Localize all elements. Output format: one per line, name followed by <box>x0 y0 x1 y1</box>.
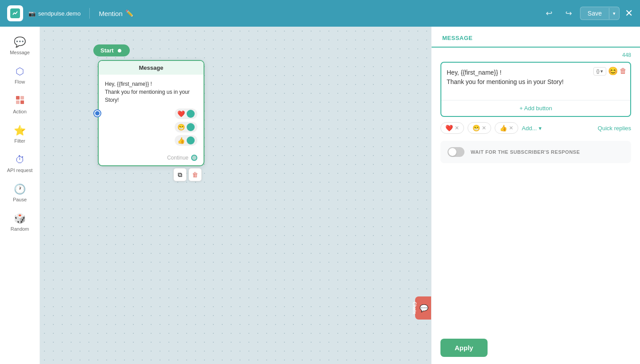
main-layout: 💬 Message ⬡ Flow Action ⭐ Filter ⏱ API r… <box>0 27 640 364</box>
quick-reply-chips: ❤️ ✕ 😁 ✕ 👍 ✕ Add... ▾ <box>440 122 542 134</box>
header-actions: ↩ ↪ Save ▾ ✕ <box>541 5 633 21</box>
svg-rect-1 <box>20 96 24 100</box>
flow-title: Mention ✏️ <box>99 9 133 17</box>
message-textarea-wrapper: {} ▾ 😊 🗑 Hey, {{first_name}} ! Thank you… <box>440 62 631 117</box>
right-panel: MESSAGE 448 {} ▾ 😊 🗑 Hey, {{first_name}}… <box>431 27 640 364</box>
reaction-row-2: 😁 <box>105 122 197 132</box>
sidebar-item-pause[interactable]: 🕐 Pause <box>2 179 38 207</box>
continue-row: Continue <box>99 151 204 165</box>
right-panel-content: 448 {} ▾ 😊 🗑 Hey, {{first_name}} ! Thank… <box>432 48 640 332</box>
continue-dot <box>191 155 197 161</box>
sidebar-item-flow[interactable]: ⬡ Flow <box>2 61 38 89</box>
chip-heart-close[interactable]: ✕ <box>455 125 459 131</box>
char-count: 448 <box>622 52 631 58</box>
api-icon: ⏱ <box>15 154 25 166</box>
message-node[interactable]: Message Hey, {{first_name}} ! Thank you … <box>98 60 204 166</box>
delete-node-button[interactable]: 🗑 <box>188 168 202 181</box>
message-toolbar: {} ▾ 😊 🗑 <box>593 66 627 76</box>
canvas-area[interactable]: Start Message Hey, {{first_name}} ! Than… <box>40 27 431 364</box>
undo-button[interactable]: ↩ <box>541 5 557 21</box>
save-dropdown-button[interactable]: ▾ <box>609 8 619 19</box>
svg-rect-3 <box>20 100 24 104</box>
add-button-row[interactable]: + Add button <box>441 100 630 116</box>
toggle-knob <box>448 148 456 156</box>
chip-grin-close[interactable]: ✕ <box>482 125 486 131</box>
emoji-button[interactable]: 😊 <box>608 66 618 76</box>
panel-footer: Apply <box>432 332 640 364</box>
code-variable-button[interactable]: {} ▾ <box>593 67 606 76</box>
chip-heart: ❤️ ✕ <box>440 122 464 134</box>
chats-float-button[interactable]: 💬 Chats <box>415 296 431 320</box>
wait-toggle-row: WAIT FOR THE SUBSCRIBER'S RESPONSE <box>440 141 631 163</box>
header-divider <box>89 8 90 19</box>
reaction-row-1: ❤️ <box>105 108 197 119</box>
node-actions: ⧉ 🗑 <box>173 168 202 181</box>
svg-rect-0 <box>16 96 20 100</box>
wait-toggle-switch[interactable] <box>448 147 464 157</box>
filter-icon: ⭐ <box>14 125 26 136</box>
random-icon: 🎲 <box>14 213 26 224</box>
sidebar-item-action[interactable]: Action <box>2 91 38 119</box>
sidebar-item-filter[interactable]: ⭐ Filter <box>2 120 38 148</box>
panel-title: MESSAGE <box>442 35 629 41</box>
reaction-row-3: 👍 <box>105 135 197 146</box>
start-node: Start <box>93 44 130 56</box>
sidebar-item-random[interactable]: 🎲 Random <box>2 208 38 236</box>
start-badge: Start <box>93 44 130 56</box>
account-name[interactable]: 📷 sendpulse.demo <box>28 10 80 17</box>
action-icon <box>15 95 25 107</box>
left-sidebar: 💬 Message ⬡ Flow Action ⭐ Filter ⏱ API r… <box>0 27 40 364</box>
quick-replies-label[interactable]: Quick replies <box>598 125 631 132</box>
right-panel-header: MESSAGE <box>432 27 640 48</box>
delete-message-button[interactable]: 🗑 <box>620 67 627 75</box>
add-more-button[interactable]: Add... ▾ <box>522 125 542 132</box>
reaction-toggle-heart[interactable]: ❤️ <box>175 108 197 119</box>
header: 📷 sendpulse.demo Mention ✏️ ↩ ↪ Save ▾ ✕ <box>0 0 640 27</box>
node-connector <box>94 110 100 116</box>
close-button[interactable]: ✕ <box>625 8 633 19</box>
chip-thumbs-close[interactable]: ✕ <box>509 125 513 131</box>
sidebar-item-api-request[interactable]: ⏱ API request <box>2 150 38 177</box>
message-node-body: Hey, {{first_name}} ! Thank you for ment… <box>99 75 204 151</box>
reaction-toggle-grin[interactable]: 😁 <box>175 122 197 132</box>
svg-rect-2 <box>16 100 20 104</box>
start-dot <box>116 48 123 54</box>
message-icon: 💬 <box>14 36 26 48</box>
wait-label: WAIT FOR THE SUBSCRIBER'S RESPONSE <box>471 149 580 155</box>
message-node-reactions: ❤️ 😁 👍 <box>105 108 197 146</box>
chip-grin: 😁 ✕ <box>468 122 491 134</box>
save-button-group: Save ▾ <box>580 7 620 20</box>
reaction-toggle-thumbs[interactable]: 👍 <box>175 135 197 146</box>
sidebar-item-message[interactable]: 💬 Message <box>2 32 38 60</box>
flow-icon: ⬡ <box>16 66 24 77</box>
logo <box>7 5 23 21</box>
message-node-text: Hey, {{first_name}} ! Thank you for ment… <box>105 80 197 104</box>
message-node-header: Message <box>99 61 204 75</box>
chats-icon: 💬 <box>420 304 428 312</box>
redo-button[interactable]: ↪ <box>560 5 576 21</box>
edit-icon[interactable]: ✏️ <box>125 9 134 17</box>
duplicate-node-button[interactable]: ⧉ <box>173 168 187 181</box>
instagram-icon: 📷 <box>28 10 36 17</box>
pause-icon: 🕐 <box>14 184 26 195</box>
apply-button[interactable]: Apply <box>440 339 488 357</box>
chip-thumbs: 👍 ✕ <box>495 122 518 134</box>
logo-inner <box>10 8 20 18</box>
quick-reply-section: ❤️ ✕ 😁 ✕ 👍 ✕ Add... ▾ <box>440 122 631 134</box>
save-button[interactable]: Save <box>580 7 609 20</box>
